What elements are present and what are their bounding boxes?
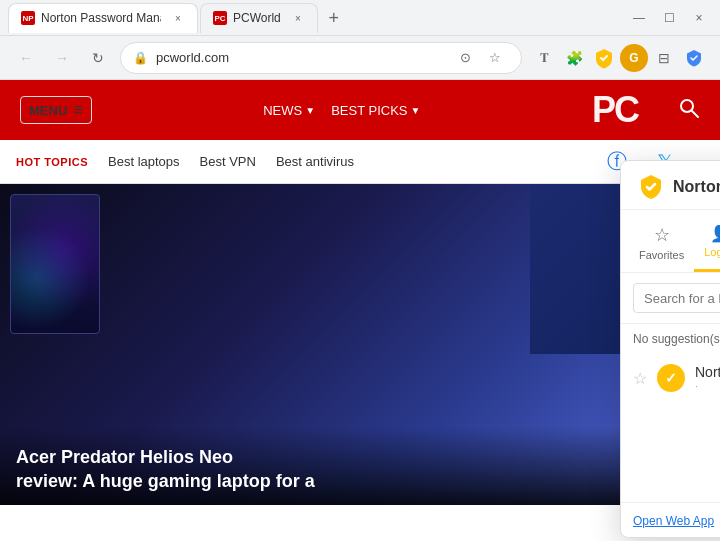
- sidebar-button[interactable]: ⊟: [650, 44, 678, 72]
- article-overlay: Acer Predator Helios Neo review: A huge …: [0, 426, 640, 505]
- topic-laptops[interactable]: Best laptops: [108, 154, 180, 169]
- bookmark-button[interactable]: ☆: [481, 44, 509, 72]
- norton-panel-header: Norton Password Manager ≡: [621, 161, 720, 210]
- tab-bar: NP Norton Password Manager - Va... × PC …: [8, 3, 618, 33]
- topic-antivirus[interactable]: Best antivirus: [276, 154, 354, 169]
- search-box[interactable]: 🔍: [633, 283, 720, 313]
- site-logo: PC: [592, 89, 638, 131]
- norton-tabs: ☆ Favorites 👤 Logins 💳 Wallet 📍 Addresse…: [621, 210, 720, 273]
- norton-tab-favicon: NP: [21, 11, 35, 25]
- favorites-icon: ☆: [654, 224, 670, 246]
- norton-shield-logo: [637, 173, 665, 201]
- login-entry-icon: ✓: [657, 364, 685, 392]
- article-title: Acer Predator Helios Neo: [16, 446, 624, 469]
- site-header: MENU ≡ NEWS ▼ BEST PICKS ▼ PC: [0, 80, 720, 140]
- title-bar: NP Norton Password Manager - Va... × PC …: [0, 0, 720, 36]
- site-main-content: Acer Predator Helios Neo review: A huge …: [0, 184, 720, 505]
- login-entry-details: Norton ·: [695, 364, 720, 392]
- checkmark-icon: ✓: [665, 370, 677, 386]
- extensions-button[interactable]: 🧩: [560, 44, 588, 72]
- shield-status-icon[interactable]: [680, 44, 708, 72]
- svg-point-0: [681, 100, 693, 112]
- norton-panel-title: Norton Password Manager: [673, 178, 720, 196]
- website-content: MENU ≡ NEWS ▼ BEST PICKS ▼ PC HOT ToPICS…: [0, 80, 720, 541]
- open-web-app-area: Open Web App: [621, 502, 720, 537]
- address-bar: ← → ↻ 🔒 pcworld.com ⊙ ☆ 𝐓 🧩 G: [0, 36, 720, 80]
- logins-icon: 👤: [710, 224, 720, 243]
- pcworld-tab-close[interactable]: ×: [291, 11, 305, 25]
- url-text: pcworld.com: [156, 50, 443, 65]
- tab-logins[interactable]: 👤 Logins: [694, 218, 720, 272]
- star-button[interactable]: ☆: [633, 369, 647, 388]
- new-tab-button[interactable]: +: [320, 5, 348, 33]
- share-button[interactable]: ⊙: [451, 44, 479, 72]
- search-icon[interactable]: [678, 97, 700, 123]
- hamburger-icon: ≡: [73, 101, 82, 119]
- svg-line-1: [692, 111, 698, 117]
- lock-icon: 🔒: [133, 51, 148, 65]
- url-bar[interactable]: 🔒 pcworld.com ⊙ ☆: [120, 42, 522, 74]
- hot-topics-bar: HOT ToPICS Best laptops Best VPN Best an…: [0, 140, 720, 184]
- refresh-button[interactable]: ↻: [84, 44, 112, 72]
- topic-vpn[interactable]: Best VPN: [200, 154, 256, 169]
- forward-button[interactable]: →: [48, 44, 76, 72]
- url-actions: ⊙ ☆: [451, 44, 509, 72]
- tab-favorites[interactable]: ☆ Favorites: [629, 218, 694, 272]
- browser-window: NP Norton Password Manager - Va... × PC …: [0, 0, 720, 541]
- translate-icon[interactable]: 𝐓: [530, 44, 558, 72]
- menu-button[interactable]: MENU ≡: [20, 96, 92, 124]
- search-input[interactable]: [644, 291, 720, 306]
- minimize-button[interactable]: —: [626, 5, 652, 31]
- profile-button[interactable]: G: [620, 44, 648, 72]
- logins-label: Logins: [704, 246, 720, 258]
- close-button[interactable]: ×: [686, 5, 712, 31]
- open-web-app-link[interactable]: Open Web App: [633, 514, 714, 528]
- panel-spacer: [621, 402, 720, 502]
- maximize-button[interactable]: ☐: [656, 5, 682, 31]
- norton-tab-close[interactable]: ×: [171, 11, 185, 25]
- hot-topics-label: HOT ToPICS: [16, 156, 88, 168]
- norton-search-area: 🔍: [621, 273, 720, 324]
- norton-panel-inner: Norton Password Manager ≡ ☆ Favorites 👤 …: [620, 160, 720, 538]
- article-subtitle: review: A huge gaming laptop for a: [16, 470, 624, 493]
- no-suggestion-text: No suggestion(s) for 'pcworld.com': [621, 324, 720, 354]
- main-article[interactable]: Acer Predator Helios Neo review: A huge …: [0, 184, 640, 505]
- norton-tab-label: Norton Password Manager - Va...: [41, 11, 161, 25]
- favorites-label: Favorites: [639, 249, 684, 261]
- pcworld-tab-label: PCWorld: [233, 11, 281, 25]
- menu-label: MENU: [29, 103, 67, 118]
- news-nav[interactable]: NEWS ▼: [263, 103, 315, 118]
- best-picks-nav[interactable]: BEST PICKS ▼: [331, 103, 420, 118]
- window-controls: — ☐ ×: [626, 5, 712, 31]
- login-entry-norton[interactable]: ☆ ✓ Norton ·: [621, 354, 720, 402]
- browser-actions: 𝐓 🧩 G ⊟: [530, 44, 708, 72]
- norton-logo: Norton Password Manager: [637, 173, 720, 201]
- tab-pcworld[interactable]: PC PCWorld ×: [200, 3, 318, 33]
- login-entry-subtitle: ·: [695, 380, 720, 392]
- pcworld-tab-favicon: PC: [213, 11, 227, 25]
- back-button[interactable]: ←: [12, 44, 40, 72]
- norton-shield-icon[interactable]: [590, 44, 618, 72]
- tab-norton[interactable]: NP Norton Password Manager - Va... ×: [8, 3, 198, 33]
- login-entry-name: Norton: [695, 364, 720, 380]
